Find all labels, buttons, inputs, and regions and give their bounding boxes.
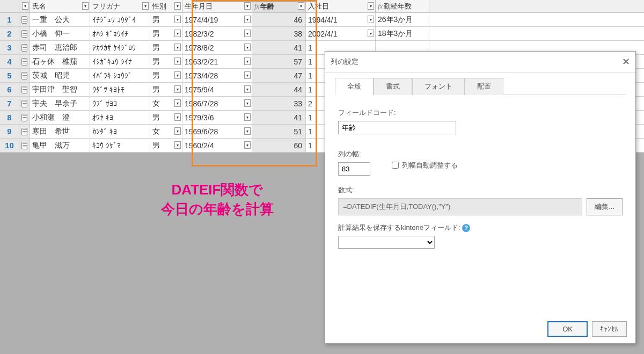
close-icon[interactable]: ✕ bbox=[622, 56, 630, 68]
cell-dob[interactable]: 1974/4/19▾ bbox=[182, 13, 252, 26]
cell-age[interactable]: 60 bbox=[252, 139, 306, 152]
cell-sex[interactable]: 男▾ bbox=[150, 41, 182, 54]
dropdown-icon[interactable]: ▾ bbox=[244, 113, 251, 121]
row-number[interactable]: 5 bbox=[0, 69, 19, 82]
cell-name[interactable]: 宇田津 聖智 bbox=[30, 83, 90, 96]
dropdown-icon[interactable]: ▾ bbox=[244, 71, 251, 79]
cell-sex[interactable]: 男▾ bbox=[150, 111, 182, 124]
row-number[interactable]: 3 bbox=[0, 41, 19, 54]
cell-age[interactable]: 38 bbox=[252, 27, 306, 40]
row-icon-cell[interactable] bbox=[19, 55, 30, 68]
cell-sex[interactable]: 男▾ bbox=[150, 83, 182, 96]
cell-kana[interactable]: ｵﾊｼ ｷﾞｮｳｲﾁ bbox=[90, 27, 150, 40]
row-icon-cell[interactable] bbox=[19, 139, 30, 152]
cell-sex[interactable]: 男▾ bbox=[150, 13, 182, 26]
width-input[interactable] bbox=[338, 162, 370, 176]
table-row[interactable]: 2小橋 仰一ｵﾊｼ ｷﾞｮｳｲﾁ男▾1982/3/2▾382002/4/1▾18… bbox=[0, 27, 644, 41]
help-icon[interactable]: ? bbox=[462, 224, 470, 232]
cell-name[interactable]: 小和瀬 澄 bbox=[30, 111, 90, 124]
cell-sex[interactable]: 女▾ bbox=[150, 125, 182, 138]
cell-dob[interactable]: 1960/2/4▾ bbox=[182, 139, 252, 152]
cell-sex[interactable]: 男▾ bbox=[150, 55, 182, 68]
cell-age[interactable]: 46 bbox=[252, 13, 306, 26]
dropdown-icon[interactable]: ▾ bbox=[244, 44, 251, 51]
dropdown-icon[interactable]: ▾ bbox=[244, 85, 251, 93]
col-tenure[interactable]: fx勤続年数 bbox=[376, 0, 429, 12]
col-dob[interactable]: 生年月日▾ bbox=[182, 0, 252, 12]
dropdown-icon[interactable]: ▾ bbox=[174, 57, 181, 65]
cell-name[interactable]: 茨城 昭児 bbox=[30, 69, 90, 82]
cell-age[interactable]: 33 bbox=[252, 97, 306, 110]
col-name[interactable]: 氏名▾ bbox=[30, 0, 90, 12]
dropdown-icon[interactable]: ▾ bbox=[142, 2, 149, 10]
dropdown-icon[interactable]: ▾ bbox=[368, 30, 374, 37]
dropdown-icon[interactable]: ▾ bbox=[174, 85, 181, 93]
result-field-select[interactable] bbox=[338, 236, 435, 249]
edit-formula-button[interactable]: 編集... bbox=[587, 198, 623, 215]
dropdown-icon[interactable]: ▾ bbox=[174, 2, 181, 10]
dropdown-icon[interactable]: ▾ bbox=[174, 16, 181, 23]
row-number[interactable]: 10 bbox=[0, 139, 19, 152]
dropdown-icon[interactable]: ▾ bbox=[368, 16, 374, 23]
cell-kana[interactable]: ｳﾀﾞﾂ ｷﾖﾄﾓ bbox=[90, 83, 150, 96]
row-number[interactable]: 2 bbox=[0, 27, 19, 40]
row-number[interactable]: 4 bbox=[0, 55, 19, 68]
cell-name[interactable]: 小橋 仰一 bbox=[30, 27, 90, 40]
dropdown-icon[interactable]: ▾ bbox=[174, 44, 181, 51]
cell-kana[interactable]: ｲﾊﾞﾗｷ ｼｮｳｼﾞ bbox=[90, 69, 150, 82]
cell-sex[interactable]: 女▾ bbox=[150, 97, 182, 110]
cell-age[interactable]: 47 bbox=[252, 69, 306, 82]
row-icon-cell[interactable] bbox=[19, 27, 30, 40]
cell-kana[interactable]: ｳﾌﾞ ｻﾖｺ bbox=[90, 97, 150, 110]
dropdown-icon[interactable]: ▾ bbox=[174, 113, 181, 121]
col-hire[interactable]: 入社日▾ bbox=[306, 0, 376, 12]
row-number[interactable]: 6 bbox=[0, 83, 19, 96]
row-icon-cell[interactable] bbox=[19, 111, 30, 124]
cell-tenure[interactable]: 18年3か月 bbox=[376, 27, 429, 40]
col-kana[interactable]: フリガナ▾ bbox=[90, 0, 150, 12]
dropdown-icon[interactable]: ▾ bbox=[244, 30, 251, 37]
cell-dob[interactable]: 1973/4/28▾ bbox=[182, 69, 252, 82]
dropdown-icon[interactable]: ▾ bbox=[298, 2, 304, 10]
dropdown-icon[interactable]: ▾ bbox=[244, 16, 251, 23]
cell-name[interactable]: 一重 公大 bbox=[30, 13, 90, 26]
tab-align[interactable]: 配置 bbox=[465, 78, 503, 95]
dropdown-icon[interactable]: ▾ bbox=[174, 30, 181, 37]
cell-sex[interactable]: 男▾ bbox=[150, 27, 182, 40]
row-icon-cell[interactable] bbox=[19, 41, 30, 54]
dropdown-icon[interactable]: ▾ bbox=[174, 127, 181, 135]
cell-age[interactable]: 41 bbox=[252, 41, 306, 54]
auto-width-checkbox[interactable]: 列幅自動調整する bbox=[392, 161, 458, 170]
cell-hire[interactable]: 2002/4/1▾ bbox=[306, 27, 376, 40]
cell-hire[interactable]: 1994/4/1▾ bbox=[306, 13, 376, 26]
tab-format[interactable]: 書式 bbox=[374, 78, 412, 95]
cancel-button[interactable]: ｷｬﾝｾﾙ bbox=[592, 321, 627, 337]
cell-name[interactable]: 宇夫 早余子 bbox=[30, 97, 90, 110]
row-icon-cell[interactable] bbox=[19, 83, 30, 96]
cell-dob[interactable]: 1986/7/28▾ bbox=[182, 97, 252, 110]
cell-age[interactable]: 51 bbox=[252, 125, 306, 138]
tab-font[interactable]: フォント bbox=[412, 78, 465, 95]
row-icon-cell[interactable] bbox=[19, 97, 30, 110]
cell-dob[interactable]: 1979/3/6▾ bbox=[182, 111, 252, 124]
dropdown-icon[interactable]: ▾ bbox=[174, 141, 181, 149]
dropdown-icon[interactable]: ▾ bbox=[244, 99, 251, 107]
cell-kana[interactable]: ｷｺｳ ｼｹﾞﾏ bbox=[90, 139, 150, 152]
cell-kana[interactable]: ｱｶﾂｶｻ ｹｲｼﾞﾛｳ bbox=[90, 41, 150, 54]
dropdown-icon[interactable]: ▾ bbox=[244, 2, 251, 10]
cell-sex[interactable]: 男▾ bbox=[150, 139, 182, 152]
row-number[interactable]: 7 bbox=[0, 97, 19, 110]
cell-age[interactable]: 41 bbox=[252, 111, 306, 124]
dropdown-icon[interactable]: ▾ bbox=[82, 2, 89, 10]
tab-general[interactable]: 全般 bbox=[335, 78, 374, 95]
cell-kana[interactable]: ｵﾜｾ ｷﾖ bbox=[90, 111, 150, 124]
cell-kana[interactable]: ｲﾁｼﾞｭｳ ｺｳﾀﾞｲ bbox=[90, 13, 150, 26]
icon-header[interactable]: ▾ bbox=[19, 0, 30, 12]
row-number[interactable]: 8 bbox=[0, 111, 19, 124]
cell-name[interactable]: 赤司 恵治郎 bbox=[30, 41, 90, 54]
cell-age[interactable]: 57 bbox=[252, 55, 306, 68]
cell-dob[interactable]: 1969/6/28▾ bbox=[182, 125, 252, 138]
ok-button[interactable]: OK bbox=[547, 321, 588, 337]
cell-dob[interactable]: 1975/9/4▾ bbox=[182, 83, 252, 96]
dropdown-icon[interactable]: ▾ bbox=[244, 127, 251, 135]
